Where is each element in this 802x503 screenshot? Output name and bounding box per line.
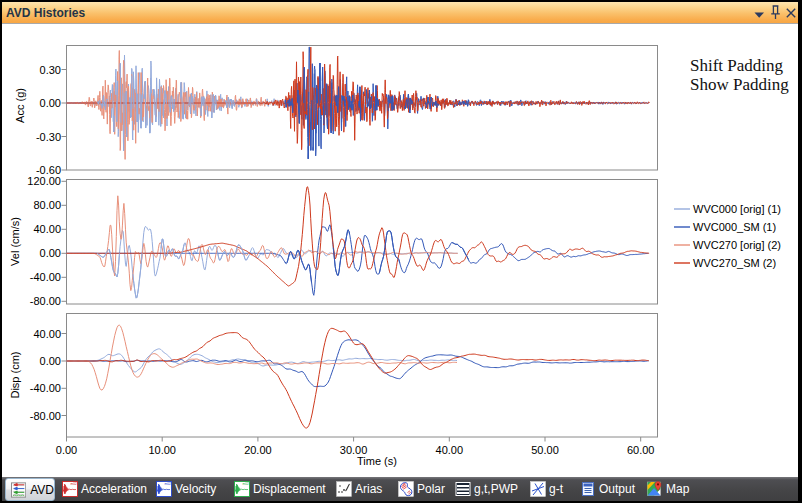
- svg-text:-0.30: -0.30: [36, 131, 61, 143]
- svg-text:-80.00: -80.00: [30, 410, 61, 422]
- svg-text:m02: m02: [71, 482, 77, 486]
- svg-text:0.30: 0.30: [40, 64, 61, 76]
- svg-text:WVC000 [orig] (1): WVC000 [orig] (1): [693, 203, 781, 215]
- svg-text:40.00: 40.00: [33, 328, 61, 340]
- svg-text:0.00: 0.00: [40, 97, 61, 109]
- svg-text:WVC270 [orig] (2): WVC270 [orig] (2): [693, 239, 781, 251]
- svg-text:-0.60: -0.60: [36, 164, 61, 176]
- svg-text:-80.00: -80.00: [30, 295, 61, 307]
- svg-text:Time (s): Time (s): [357, 455, 397, 467]
- svg-text:40.00: 40.00: [436, 444, 464, 456]
- svg-text:50.00: 50.00: [531, 444, 559, 456]
- svg-text:Acc (g): Acc (g): [14, 88, 26, 123]
- svg-text:WVC270_SM (2): WVC270_SM (2): [693, 257, 776, 269]
- svg-text:Vel (cm/s): Vel (cm/s): [9, 217, 21, 266]
- svg-text:60.00: 60.00: [627, 444, 655, 456]
- svg-text:10.00: 10.00: [148, 444, 176, 456]
- svg-text:m02: m02: [165, 482, 171, 486]
- svg-text:Disp (cm): Disp (cm): [9, 351, 21, 398]
- svg-text:-40.00: -40.00: [30, 271, 61, 283]
- svg-text:Shift Padding: Shift Padding: [690, 56, 784, 75]
- svg-text:0.00: 0.00: [40, 247, 61, 259]
- svg-text:m02: m02: [243, 482, 249, 486]
- svg-text:120.00: 120.00: [27, 175, 61, 187]
- svg-text:-40.00: -40.00: [30, 382, 61, 394]
- svg-text:0.00: 0.00: [40, 355, 61, 367]
- svg-text:WVC000_SM (1): WVC000_SM (1): [693, 221, 776, 233]
- svg-text:80.00: 80.00: [33, 199, 61, 211]
- svg-text:Show Padding: Show Padding: [690, 75, 789, 94]
- svg-text:20.00: 20.00: [244, 444, 272, 456]
- svg-text:40.00: 40.00: [33, 223, 61, 235]
- svg-text:0.00: 0.00: [56, 444, 77, 456]
